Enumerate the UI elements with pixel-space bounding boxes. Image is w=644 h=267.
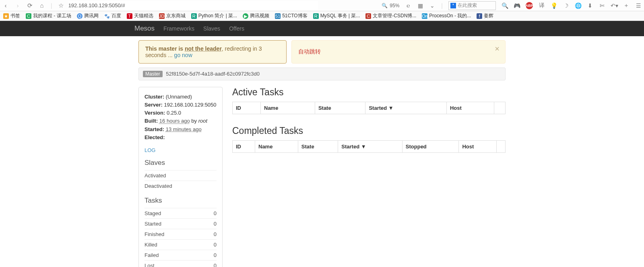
active-tasks-title: Active Tasks: [232, 87, 506, 98]
col-stopped[interactable]: Stopped: [402, 141, 459, 153]
table-row: Activated: [144, 170, 217, 181]
col-id[interactable]: ID: [233, 102, 261, 114]
bookmark-item[interactable]: C我的课程 - 课工场: [26, 12, 71, 19]
search-provider-icon: *: [450, 3, 456, 8]
completed-tasks-title: Completed Tasks: [232, 125, 506, 136]
table-row: Failed0: [144, 250, 217, 260]
col-actions: [497, 141, 506, 153]
main-content: Active Tasks ID Name State Started ▼ Hos…: [232, 87, 506, 267]
site-icon: Q: [77, 13, 83, 19]
bookmark-item[interactable]: ▶腾讯视频: [243, 12, 269, 19]
browser-toolbar: ‹ › ⟳ ⌂ | ☆ 🔍 95% ℮ ▦ ⌄ | * 在此搜索 🔍 🎮 ABP…: [0, 0, 644, 11]
nav-offers[interactable]: Offers: [229, 25, 244, 32]
bookmark-item[interactable]: 5151CTO博客: [275, 12, 307, 19]
close-icon[interactable]: ×: [495, 45, 500, 53]
col-host[interactable]: Host: [459, 141, 497, 153]
version-value: 0.25.0: [167, 110, 181, 116]
col-started[interactable]: Started ▼: [338, 141, 402, 153]
cluster-value: (Unnamed): [166, 94, 192, 100]
completed-tasks-table: ID Name State Started ▼ Stopped Host: [232, 140, 506, 153]
navbar-brand[interactable]: Mesos: [134, 25, 155, 33]
info-sidebar: Cluster: (Unnamed) Server: 192.168.100.1…: [138, 87, 223, 267]
master-id-bar: Master 52f8150e-5d7f-4a18-aadf-62c0972fc…: [138, 68, 506, 80]
site-icon: R: [191, 13, 197, 19]
search-placeholder: 在此搜索: [458, 2, 494, 9]
dropdown-icon[interactable]: ⌄: [429, 2, 436, 9]
bookmark-item[interactable]: RMySQL 事务 | 菜...: [313, 12, 360, 19]
search-icon[interactable]: 🔍: [502, 2, 508, 9]
bookmark-item[interactable]: Q腾讯网: [77, 12, 99, 19]
forward-icon[interactable]: ›: [14, 2, 21, 9]
abp-icon[interactable]: ABP: [526, 2, 533, 9]
back-icon[interactable]: ‹: [2, 2, 9, 9]
lightbulb-icon[interactable]: 💡: [551, 2, 557, 9]
built-value: 16 hours ago: [159, 118, 190, 124]
bookmark-item[interactable]: T天猫精选: [127, 12, 153, 19]
menu-icon[interactable]: ☰: [635, 2, 642, 9]
col-state[interactable]: State: [315, 102, 365, 114]
alert-not-leader: This master is not the leader, redirecti…: [138, 40, 287, 64]
bookmark-item[interactable]: RPython 简介 | 菜...: [191, 12, 237, 19]
site-icon: f: [477, 13, 482, 19]
col-host[interactable]: Host: [446, 102, 494, 114]
bookmark-bar: ★书签 C我的课程 - 课工场 Q腾讯网 🐾百度 T天猫精选 JD京东商城 RP…: [0, 11, 644, 21]
site-icon: On: [422, 13, 427, 19]
slaves-table: Activated Deactivated: [144, 170, 217, 191]
go-now-link[interactable]: go now: [174, 52, 192, 58]
col-state[interactable]: State: [298, 141, 338, 153]
col-actions: [494, 102, 506, 114]
site-icon: 51: [275, 13, 281, 19]
site-icon: ▶: [243, 13, 248, 19]
table-row: Started0: [144, 218, 217, 229]
site-icon: T: [127, 13, 132, 19]
col-name[interactable]: Name: [261, 102, 315, 114]
bookmark-item[interactable]: JD京东商城: [159, 12, 186, 19]
refresh-icon[interactable]: ⟳: [27, 2, 33, 9]
star-icon[interactable]: ☆: [58, 2, 64, 9]
zoom-indicator[interactable]: 🔍 95%: [382, 3, 399, 8]
col-name[interactable]: Name: [255, 141, 298, 153]
app-navbar: Mesos Frameworks Slaves Offers: [0, 21, 644, 36]
slaves-heading: Slaves: [144, 159, 217, 167]
gamepad-icon[interactable]: 🎮: [514, 2, 520, 9]
tasks-summary-table: Staged0 Started0 Finished0 Killed0 Faile…: [144, 208, 217, 267]
bookmark-item[interactable]: 🐾百度: [104, 12, 121, 19]
server-value: 192.168.100.129:5050: [164, 102, 216, 108]
url-input[interactable]: [68, 1, 318, 10]
browser-search-input[interactable]: * 在此搜索: [448, 1, 496, 10]
site-icon: C: [26, 13, 31, 19]
log-link[interactable]: LOG: [144, 147, 217, 153]
weibo-icon[interactable]: 🌐: [575, 2, 581, 9]
site-icon: C: [365, 13, 371, 19]
site-icon: R: [313, 13, 319, 19]
plus-icon[interactable]: ＋: [623, 2, 630, 9]
ie-icon[interactable]: ℮: [405, 2, 411, 9]
bookmark-item[interactable]: OnProcessOn - 我的...: [422, 12, 471, 19]
started-value: 13 minutes ago: [166, 126, 202, 132]
scissors-icon[interactable]: ✄: [599, 2, 605, 9]
moon-icon[interactable]: ☽: [563, 2, 569, 9]
col-started[interactable]: Started ▼: [365, 102, 446, 114]
zoom-value: 95%: [390, 3, 399, 8]
master-id-text: 52f8150e-5d7f-4a18-aadf-62c0972fc3d0: [166, 71, 260, 77]
col-id[interactable]: ID: [233, 141, 255, 153]
built-user: root: [198, 118, 207, 124]
undo-icon[interactable]: ↶▾: [611, 2, 617, 9]
active-tasks-table: ID Name State Started ▼ Host: [232, 102, 506, 114]
table-row: Staged0: [144, 208, 217, 218]
nav-slaves[interactable]: Slaves: [203, 25, 220, 32]
translate-icon[interactable]: 译: [539, 2, 545, 9]
site-icon: 🐾: [104, 13, 110, 19]
table-row: Lost0: [144, 260, 217, 267]
star-icon: ★: [3, 13, 9, 19]
qr-icon[interactable]: ▦: [417, 2, 423, 9]
home-icon[interactable]: ⌂: [39, 2, 45, 9]
download-icon[interactable]: ⬇: [587, 2, 593, 9]
table-row: Killed0: [144, 239, 217, 250]
bookmark-item[interactable]: ★书签: [3, 12, 20, 19]
bookmark-item[interactable]: f姜辉: [477, 12, 493, 19]
bookmark-item[interactable]: C文章管理-CSDN博...: [365, 12, 416, 19]
nav-frameworks[interactable]: Frameworks: [163, 25, 194, 32]
master-badge: Master: [143, 71, 163, 77]
auto-redirect-text: 自动跳转: [298, 48, 321, 55]
